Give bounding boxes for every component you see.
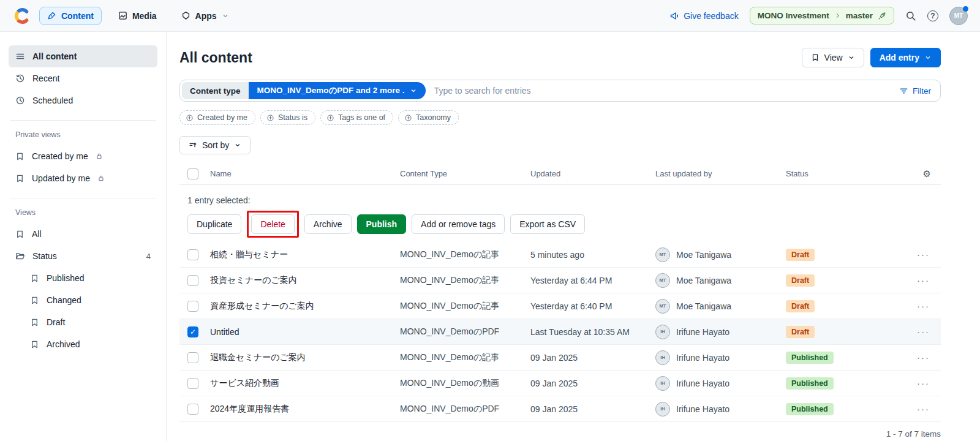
lock-icon <box>97 175 105 182</box>
entry-name: 相続・贈与セミナー <box>210 249 400 260</box>
sort-by-label: Sort by <box>202 140 229 150</box>
table-row[interactable]: 相続・贈与セミナー MONO_INV_Demoの記事 5 minutes ago… <box>179 242 941 268</box>
table-settings-gear-icon[interactable]: ⚙ <box>923 168 941 179</box>
table-row[interactable]: 投資セミナーのご案内 MONO_INV_Demoの記事 Yesterday at… <box>179 268 941 293</box>
sidebar-item-draft[interactable]: Draft <box>23 311 157 333</box>
table-row[interactable]: 退職金セミナーのご案内 MONO_INV_Demoの記事 09 Jan 2025… <box>179 345 941 371</box>
sidebar-item-created-by-me[interactable]: Created by me <box>9 145 157 167</box>
entry-updated: 5 minutes ago <box>530 250 655 260</box>
filter-pill-taxonomy[interactable]: Taxonomy <box>398 110 459 125</box>
row-checkbox-checked[interactable]: ✓ <box>187 326 198 337</box>
tab-content-label: Content <box>61 11 94 21</box>
circle-plus-icon <box>404 114 412 122</box>
sidebar-item-published[interactable]: Published <box>23 267 157 289</box>
row-checkbox[interactable] <box>187 249 198 260</box>
row-actions-menu-icon[interactable]: ··· <box>917 326 941 337</box>
column-header-status[interactable]: Status <box>786 169 888 178</box>
give-feedback-link[interactable]: Give feedback <box>669 11 739 21</box>
column-header-content-type[interactable]: Content Type <box>400 169 530 178</box>
table-row[interactable]: サービス紹介動画 MONO_INV_Demoの動画 09 Jan 2025 IH… <box>179 371 941 396</box>
row-actions-menu-icon[interactable]: ··· <box>917 249 941 260</box>
view-button[interactable]: View <box>802 48 864 67</box>
sidebar-item-scheduled[interactable]: Scheduled <box>9 89 157 111</box>
publish-button[interactable]: Publish <box>357 214 407 234</box>
tab-content[interactable]: Content <box>39 7 102 25</box>
entry-content-type: MONO_INV_Demoの記事 <box>400 275 530 286</box>
filter-link-label: Filter <box>913 86 931 96</box>
list-icon <box>15 51 25 61</box>
pagination-text: 1 - 7 of 7 items <box>179 429 941 439</box>
help-icon[interactable]: ? <box>927 10 938 21</box>
sidebar-item-label: All content <box>32 51 77 61</box>
column-header-last-updated-by[interactable]: Last updated by <box>655 169 786 178</box>
image-icon <box>118 11 127 20</box>
search-icon[interactable] <box>905 10 916 21</box>
select-all-checkbox[interactable] <box>187 168 198 179</box>
row-checkbox[interactable] <box>187 352 198 363</box>
folder-open-icon <box>15 251 25 261</box>
table-row-selected[interactable]: ✓ Untitled MONO_INV_DemoのPDF Last Tuesda… <box>179 319 941 345</box>
tab-apps[interactable]: Apps <box>173 7 237 25</box>
row-checkbox[interactable] <box>187 378 198 389</box>
entry-updated-by: Moe Tanigawa <box>676 276 731 285</box>
column-header-updated[interactable]: Updated <box>530 169 655 178</box>
entry-updated-by: Irifune Hayato <box>676 327 729 337</box>
user-avatar: IH <box>655 402 670 417</box>
sidebar-item-status[interactable]: Status 4 <box>9 245 157 267</box>
add-or-remove-tags-button[interactable]: Add or remove tags <box>412 214 505 234</box>
sidebar-item-label: Created by me <box>32 151 88 161</box>
delete-button[interactable]: Delete <box>251 214 294 234</box>
bookmark-icon <box>30 340 39 349</box>
sidebar-item-changed[interactable]: Changed <box>23 289 157 311</box>
row-actions-menu-icon[interactable]: ··· <box>917 352 941 363</box>
row-checkbox[interactable] <box>187 301 198 312</box>
entry-name: 2024年度運用報告書 <box>210 404 400 415</box>
table-row[interactable]: 資産形成セミナーのご案内 MONO_INV_Demoの記事 Yesterday … <box>179 293 941 319</box>
filter-pill-status-is[interactable]: Status is <box>260 110 315 125</box>
tab-media-label: Media <box>132 11 157 21</box>
user-avatar: MT <box>655 247 670 262</box>
sidebar-item-archived[interactable]: Archived <box>23 333 157 355</box>
table-row[interactable]: 2024年度運用報告書 MONO_INV_DemoのPDF 09 Jan 202… <box>179 396 941 422</box>
sidebar-item-label: Changed <box>47 295 81 305</box>
chevron-down-icon <box>848 54 855 61</box>
tab-media[interactable]: Media <box>110 7 165 25</box>
filter-link[interactable]: Filter <box>892 86 938 96</box>
circle-plus-icon <box>326 114 334 122</box>
filter-pill-created-by-me[interactable]: Created by me <box>179 110 255 125</box>
row-checkbox[interactable] <box>187 275 198 286</box>
entry-content-type: MONO_INV_Demoの記事 <box>400 352 530 363</box>
circle-plus-icon <box>266 114 274 122</box>
content-type-filter-value[interactable]: MONO_INV_DemoのPDF and 2 more . <box>249 82 426 99</box>
contentful-logo[interactable] <box>12 7 31 25</box>
avatar[interactable]: MT <box>949 7 968 25</box>
clock-icon <box>15 96 25 105</box>
sidebar-item-all[interactable]: All <box>9 223 157 245</box>
entry-updated-by: Moe Tanigawa <box>676 250 731 260</box>
row-actions-menu-icon[interactable]: ··· <box>917 404 941 414</box>
filter-pill-tags-is-one-of[interactable]: Tags is one of <box>320 110 393 125</box>
search-input[interactable] <box>426 86 892 96</box>
duplicate-button[interactable]: Duplicate <box>187 214 241 234</box>
entry-updated: Last Tuesday at 10:35 AM <box>530 327 655 337</box>
row-actions-menu-icon[interactable]: ··· <box>917 378 941 388</box>
export-as-csv-button[interactable]: Export as CSV <box>510 214 585 234</box>
row-actions-menu-icon[interactable]: ··· <box>917 275 941 285</box>
add-entry-button[interactable]: Add entry <box>870 48 941 67</box>
filter-pill-label: Tags is one of <box>338 113 385 122</box>
entry-updated-by: Irifune Hayato <box>676 379 729 388</box>
column-header-name[interactable]: Name <box>210 169 400 178</box>
row-checkbox[interactable] <box>187 404 198 415</box>
space-environment-badge[interactable]: MONO Investment master <box>750 7 894 24</box>
chevron-down-icon <box>234 141 241 149</box>
avatar-initials: MT <box>954 12 963 19</box>
archive-button[interactable]: Archive <box>304 214 352 234</box>
bulk-actions-toolbar: Duplicate Delete Archive Publish Add or … <box>187 211 941 238</box>
row-actions-menu-icon[interactable]: ··· <box>917 301 941 311</box>
sort-by-button[interactable]: Sort by <box>179 136 251 154</box>
content-type-filter-label[interactable]: Content type <box>182 82 249 99</box>
sidebar-item-updated-by-me[interactable]: Updated by me <box>9 167 157 189</box>
sidebar-item-all-content[interactable]: All content <box>9 45 157 67</box>
sidebar-item-recent[interactable]: Recent <box>9 67 157 89</box>
entry-content-type: MONO_INV_Demoの動画 <box>400 378 530 389</box>
